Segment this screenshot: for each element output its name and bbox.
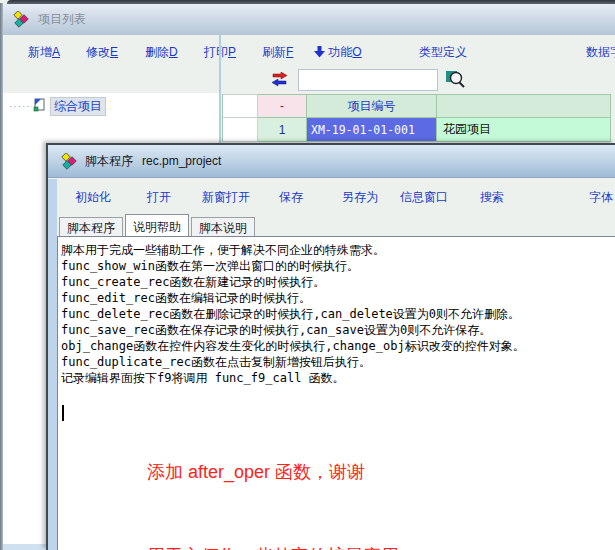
script-window-titlebar[interactable]: 脚本程序rec.pm_project (48, 145, 615, 178)
note-line-2: 用于方便作一些其它的扩展应用 (61, 514, 615, 550)
project-grid: - 项目编号 1 XM-19-01-01-001 花园项目 (222, 94, 611, 142)
tab-script-description[interactable]: 脚本说明 (191, 217, 255, 236)
menu-item-edit[interactable]: 修改E (86, 44, 118, 61)
table-row[interactable]: 1 XM-19-01-01-001 花园项目 (222, 118, 611, 142)
script-window-left-frame (48, 179, 57, 550)
toolbar-info-window[interactable]: 信息窗口 (400, 189, 448, 206)
search-input[interactable] (298, 69, 438, 91)
grid-corner-cell (222, 94, 258, 118)
tree-item-label[interactable]: 综合项目 (50, 97, 106, 116)
menu-item-delete[interactable]: 删除D (145, 44, 178, 61)
help-line: func_show_win函数在第一次弹出窗口的的时候执行。 (61, 258, 615, 274)
script-diamonds-icon (61, 153, 78, 170)
tree-node-icon (32, 97, 47, 115)
swap-arrows-icon[interactable] (271, 72, 288, 90)
script-window: 脚本程序rec.pm_project 初始化 打开 新窗打开 保存 另存为 信息… (46, 143, 615, 550)
screen: 项目列表 新增A 修改E 删除D 打印P 刷新F 功能O 类型定义 数据字 (0, 0, 615, 550)
help-line: 脚本用于完成一些辅助工作，便于解决不同企业的特殊需求。 (61, 242, 615, 258)
row-index-cell[interactable]: 1 (258, 118, 307, 142)
toolbar-save[interactable]: 保存 (279, 189, 303, 206)
blank-line (61, 386, 615, 402)
toolbar-open-new-window[interactable]: 新窗打开 (202, 189, 250, 206)
grid-header-project-name[interactable] (437, 94, 611, 118)
tree-item-general-project[interactable]: ····· 综合项目 (9, 97, 106, 115)
search-row (3, 67, 615, 93)
toolbar-save-as[interactable]: 另存为 (342, 189, 378, 206)
help-line: obj_change函数在控件内容发生变化的时候执行,change_obj标识改… (61, 338, 615, 354)
grid-header-project-code[interactable]: 项目编号 (307, 94, 437, 118)
help-line: func_delete_rec函数在删除记录的时候执行,can_delete设置… (61, 306, 615, 322)
row-selector-cell[interactable] (222, 118, 258, 142)
script-window-title: 脚本程序rec.pm_project (85, 153, 221, 170)
help-line: func_save_rec函数在保存记录的时候执行,can_save设置为0则不… (61, 322, 615, 338)
toolbar-initialize[interactable]: 初始化 (75, 189, 111, 206)
app-diamonds-icon (13, 11, 30, 28)
menu-item-data-field[interactable]: 数据字 (586, 44, 615, 61)
down-arrow-icon (314, 45, 325, 59)
menu-item-refresh[interactable]: 刷新F (262, 44, 293, 61)
text-caret (62, 405, 64, 421)
note-line-1: 添加 after_oper 函数，谢谢 (61, 402, 615, 514)
script-toolbar: 初始化 打开 新窗打开 保存 另存为 信息窗口 搜索 字体 (57, 179, 615, 213)
tab-script-program[interactable]: 脚本程序 (59, 217, 123, 236)
toolbar-open[interactable]: 打开 (147, 189, 171, 206)
project-window-titlebar[interactable]: 项目列表 (3, 4, 615, 35)
row-project-code-cell[interactable]: XM-19-01-01-001 (307, 118, 437, 142)
help-text-area[interactable]: 脚本用于完成一些辅助工作，便于解决不同企业的特殊需求。 func_show_wi… (57, 236, 615, 550)
search-magnifier-icon[interactable] (446, 70, 466, 92)
grid-header-row: - 项目编号 (222, 94, 611, 118)
tab-help[interactable]: 说明帮助 (125, 214, 189, 236)
script-tabbar: 脚本程序 说明帮助 脚本说明 (57, 213, 615, 236)
help-line: func_edit_rec函数在编辑记录的时候执行。 (61, 290, 615, 306)
project-window-title: 项目列表 (38, 11, 86, 28)
help-line: func_duplicate_rec函数在点击复制新增按钮后执行。 (61, 354, 615, 370)
toolbar-font[interactable]: 字体 (589, 189, 613, 206)
menu-item-function[interactable]: 功能O (314, 44, 362, 61)
help-line: func_create_rec函数在新建记录的时候执行。 (61, 274, 615, 290)
toolbar-search[interactable]: 搜索 (480, 189, 504, 206)
help-line: 记录编辑界面按下f9将调用 func_f9_call 函数。 (61, 370, 615, 386)
row-project-name-cell[interactable]: 花园项目 (437, 118, 611, 142)
tree-branch-dots: ····· (9, 101, 31, 112)
menu-item-type-define[interactable]: 类型定义 (419, 44, 467, 61)
menu-item-new[interactable]: 新增A (28, 44, 60, 61)
grid-header-dash[interactable]: - (258, 94, 307, 118)
